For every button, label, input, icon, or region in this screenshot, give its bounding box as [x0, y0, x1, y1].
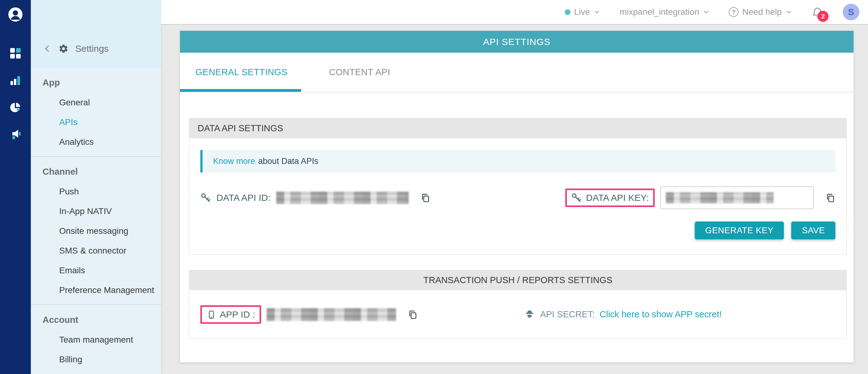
banner-text: about Data APIs [258, 157, 318, 166]
environment-dropdown[interactable]: Live [565, 7, 600, 17]
key-icon [200, 193, 211, 203]
data-api-id-value-redacted [276, 192, 409, 204]
copy-icon[interactable] [420, 193, 430, 203]
analytics-bars-icon[interactable] [9, 74, 21, 86]
live-status-dot-icon [565, 9, 570, 15]
data-api-key-highlight-box: DATA API KEY: [565, 189, 655, 207]
nav-rail [0, 0, 31, 374]
topbar: Live mixpanel_integration ? Need help 2 … [161, 0, 868, 25]
sidebar-item-sms-connector[interactable]: SMS & connector [31, 241, 161, 261]
need-help-label: Need help [742, 7, 782, 17]
api-settings-card: API SETTINGS GENERAL SETTINGS CONTENT AP… [180, 31, 854, 363]
app-id-highlight-box: APP ID : [200, 305, 261, 324]
section-title-app: App [31, 78, 161, 88]
tab-general-settings[interactable]: GENERAL SETTINGS [195, 67, 287, 77]
project-name: mixpanel_integration [620, 7, 699, 17]
project-dropdown[interactable]: mixpanel_integration [620, 7, 710, 17]
app-id-label: APP ID : [220, 309, 255, 320]
notifications-bell-icon[interactable]: 2 [811, 6, 824, 18]
segments-pie-icon[interactable] [9, 102, 21, 113]
data-api-settings-section: DATA API SETTINGS Know more about Data A… [189, 118, 847, 254]
data-api-key-value-redacted [666, 192, 774, 203]
settings-sidebar: Settings App General APIs Analytics Chan… [31, 0, 161, 374]
save-button[interactable]: SAVE [791, 222, 835, 239]
sidebar-item-emails[interactable]: Emails [31, 261, 161, 280]
sidebar-item-team-management[interactable]: Team management [31, 330, 161, 350]
know-more-link[interactable]: Know more [213, 157, 255, 166]
transaction-push-header: TRANSACTION PUSH / REPORTS SETTINGS [189, 270, 847, 290]
tab-bar: GENERAL SETTINGS CONTENT API [180, 53, 854, 93]
sidebar-item-preference-management[interactable]: Preference Management [31, 280, 161, 300]
sidebar-item-onsite-messaging[interactable]: Onsite messaging [31, 221, 161, 241]
api-secret-field: API SECRET: Click here to show APP secre… [524, 309, 835, 320]
user-avatar[interactable]: S [843, 4, 859, 20]
generate-key-button[interactable]: GENERATE KEY [695, 222, 784, 239]
data-api-settings-header: DATA API SETTINGS [189, 118, 847, 138]
chevron-down-icon [594, 9, 600, 15]
sidebar-item-analytics[interactable]: Analytics [31, 132, 161, 152]
sidebar-section-channel: Channel Push In-App NATIV Onsite messagi… [31, 157, 161, 300]
copy-icon[interactable] [407, 309, 418, 320]
sidebar-item-apis[interactable]: APIs [31, 112, 161, 132]
environment-label: Live [574, 7, 590, 17]
sidebar-item-push[interactable]: Push [31, 182, 161, 202]
sidebar-item-inapp-nativ[interactable]: In-App NATIV [31, 202, 161, 221]
copy-icon[interactable] [825, 193, 835, 203]
api-secret-label: API SECRET: [540, 309, 595, 319]
chevron-down-icon [703, 9, 710, 15]
chevron-down-icon [785, 9, 792, 15]
app-id-field: APP ID : [200, 305, 524, 324]
moengage-logo-icon[interactable] [8, 7, 23, 22]
notification-count-badge: 2 [817, 11, 829, 22]
dashboard-grid-icon[interactable] [9, 47, 21, 59]
help-question-icon: ? [729, 7, 739, 17]
gear-icon [59, 44, 68, 54]
sidebar-item-general[interactable]: General [31, 93, 161, 112]
know-more-banner: Know more about Data APIs [200, 150, 835, 172]
data-api-key-label: DATA API KEY: [586, 193, 649, 203]
sidebar-item-billing[interactable]: Billing [31, 350, 161, 369]
tab-content-api[interactable]: CONTENT API [329, 67, 390, 77]
mobile-phone-icon [206, 310, 215, 319]
page-title: API SETTINGS [180, 31, 854, 53]
back-chevron-icon[interactable] [42, 44, 52, 53]
show-app-secret-link[interactable]: Click here to show APP secret! [599, 309, 721, 319]
key-icon [571, 193, 582, 203]
need-help-dropdown[interactable]: ? Need help [729, 7, 792, 17]
data-api-key-field: DATA API KEY: [565, 186, 835, 209]
data-api-id-field: DATA API ID: [200, 192, 565, 204]
transaction-push-section: TRANSACTION PUSH / REPORTS SETTINGS APP … [189, 270, 847, 339]
data-api-id-label: DATA API ID: [216, 193, 271, 203]
section-title-channel: Channel [31, 167, 161, 177]
sidebar-title: Settings [75, 43, 108, 54]
spy-secret-icon [524, 309, 535, 320]
main-content-area: API SETTINGS GENERAL SETTINGS CONTENT AP… [161, 25, 868, 374]
campaigns-megaphone-icon[interactable] [9, 129, 21, 140]
section-title-account: Account [31, 315, 161, 325]
sidebar-section-app: App General APIs Analytics [31, 68, 161, 152]
app-id-value-redacted [267, 308, 396, 321]
sidebar-section-account: Account Team management Billing [31, 305, 161, 369]
sidebar-header: Settings [31, 0, 161, 68]
data-api-key-input[interactable] [660, 186, 814, 209]
